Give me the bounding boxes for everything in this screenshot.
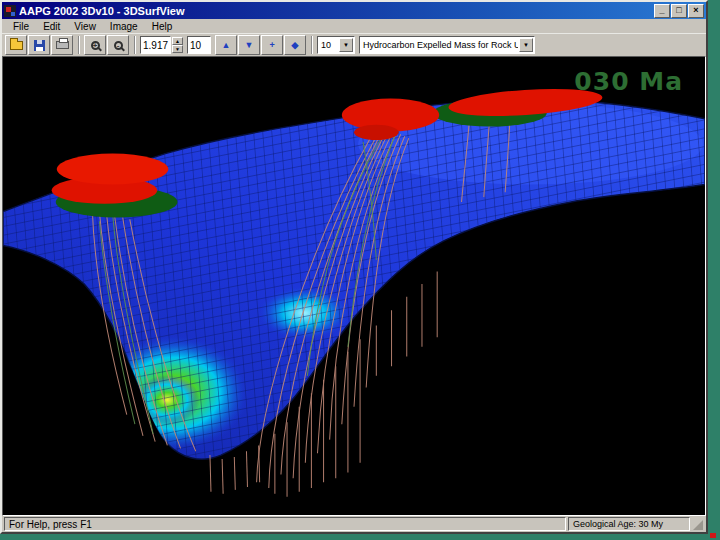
age-overlay-label: 030 Ma [574,67,683,96]
3d-viewport[interactable]: 030 Ma [2,56,706,516]
diamond-icon: ◆ [292,41,299,50]
zoom-out-icon: - [114,41,123,50]
desktop-icon[interactable] [710,533,716,538]
spin-up-button[interactable]: ▲ [172,37,183,45]
toolbar-separator [311,36,313,54]
zoom-factor-spinner: ▲ ▼ [172,37,183,53]
menu-image[interactable]: Image [103,21,145,32]
toolbar: + - 1.917 ▲ ▼ ▲ ▼ + ◆ 10 ▼ Hydrocarbon E… [2,33,706,56]
save-button[interactable] [28,35,50,55]
open-button[interactable] [5,35,27,55]
menu-view[interactable]: View [67,21,103,32]
toolbar-separator [134,36,136,54]
step-up-button[interactable]: ▲ [215,35,237,55]
frame-select[interactable]: 10 ▼ [317,36,355,54]
application-window: AAPG 2002 3Dv10 - 3DSurfView _ □ × File … [0,0,708,534]
zoom-out-button[interactable]: - [107,35,129,55]
plus-icon: + [269,41,274,50]
menu-help[interactable]: Help [145,21,180,32]
window-title: AAPG 2002 3Dv10 - 3DSurfView [19,5,653,17]
open-folder-icon [10,41,23,50]
save-icon [34,40,45,51]
steps-field[interactable] [187,36,211,54]
resize-grip[interactable] [692,517,704,531]
print-button[interactable] [51,35,73,55]
print-icon [56,41,69,49]
menu-bar: File Edit View Image Help [2,19,706,33]
status-bar: For Help, press F1 Geological Age: 30 My [2,516,706,532]
property-select-value: Hydrocarbon Expelled Mass for Rock Unit [360,40,518,50]
menu-edit[interactable]: Edit [36,21,67,32]
app-icon [4,5,16,17]
frame-select-value: 10 [318,40,338,50]
property-select[interactable]: Hydrocarbon Expelled Mass for Rock Unit … [359,36,535,54]
status-help-text: For Help, press F1 [4,517,566,531]
zoom-factor-field[interactable]: 1.917 [140,36,171,54]
step-down-icon: ▼ [245,41,254,50]
chevron-down-icon[interactable]: ▼ [339,38,353,52]
add-button[interactable]: + [261,35,283,55]
chevron-down-icon[interactable]: ▼ [519,38,533,52]
close-button[interactable]: × [688,4,704,18]
title-bar: AAPG 2002 3Dv10 - 3DSurfView _ □ × [2,2,706,19]
toolbar-separator [78,36,80,54]
menu-file[interactable]: File [6,21,36,32]
oil-accumulation-left-upper [57,154,169,185]
marker-button[interactable]: ◆ [284,35,306,55]
basin-3d-scene [3,57,705,515]
step-up-icon: ▲ [222,41,231,50]
zoom-in-icon: + [91,41,100,50]
zoom-in-button[interactable]: + [84,35,106,55]
maximize-button[interactable]: □ [671,4,687,18]
step-down-button[interactable]: ▼ [238,35,260,55]
spin-down-button[interactable]: ▼ [172,45,183,53]
zoom-factor-value: 1.917 [143,40,168,51]
minimize-button[interactable]: _ [654,4,670,18]
oil-accumulation-center-small [354,125,399,140]
status-geological-age: Geological Age: 30 My [568,517,690,531]
